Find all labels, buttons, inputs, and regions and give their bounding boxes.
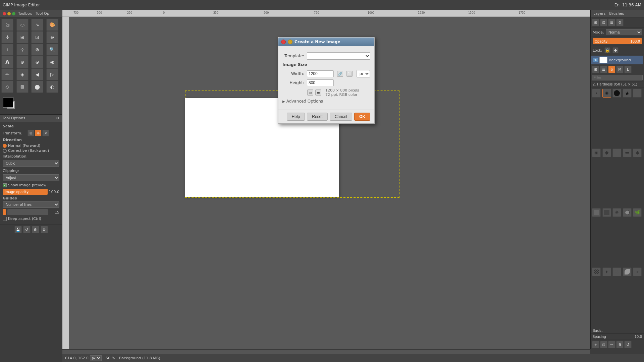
panel-config-icon[interactable]: ⚙ bbox=[56, 116, 59, 120]
brush-item-6[interactable] bbox=[592, 148, 601, 157]
canvas-scrollbar-h[interactable] bbox=[62, 349, 590, 354]
tool-heal[interactable]: ⊛ bbox=[16, 56, 29, 68]
layers-tool-1[interactable]: ⊞ bbox=[592, 19, 599, 26]
reset-button[interactable]: Reset bbox=[307, 113, 327, 121]
show-preview-row[interactable]: Show image preview bbox=[3, 183, 59, 187]
brush-refresh[interactable]: ↺ bbox=[624, 341, 632, 348]
transform-btn-3[interactable]: ↗ bbox=[42, 130, 49, 136]
tool-file[interactable]: 🗂 bbox=[1, 19, 13, 31]
background-layer[interactable]: 👁 Background bbox=[591, 56, 643, 64]
brush-item-12[interactable] bbox=[602, 208, 611, 217]
window-close-dot[interactable] bbox=[3, 12, 6, 15]
keep-aspect-checkbox[interactable] bbox=[3, 217, 7, 221]
brush-item-15[interactable]: 🌿 bbox=[633, 208, 642, 217]
lines-slider-track[interactable] bbox=[7, 209, 48, 215]
brush-filter-input[interactable] bbox=[592, 75, 643, 80]
tool-lasso[interactable]: ∿ bbox=[31, 19, 43, 31]
layers-tool-3[interactable]: ☰ bbox=[608, 19, 615, 26]
brush-delete[interactable]: 🗑 bbox=[616, 341, 624, 348]
coord-unit-select[interactable]: px bbox=[90, 355, 102, 361]
clipping-select[interactable]: Adjust bbox=[3, 174, 59, 181]
tool-fill[interactable]: ⊠ bbox=[16, 81, 29, 93]
brush-item-5[interactable] bbox=[633, 89, 642, 98]
mode-select[interactable]: Normal bbox=[606, 29, 642, 35]
height-input[interactable] bbox=[307, 79, 334, 86]
opacity-slider[interactable]: Opacity 100.0 bbox=[593, 38, 642, 44]
tool-zoom-in[interactable]: ⊕ bbox=[46, 31, 58, 43]
tool-clone[interactable]: ⊜ bbox=[31, 56, 43, 68]
portrait-icon[interactable]: ▭ bbox=[307, 89, 313, 96]
tool-distort[interactable]: ⊹ bbox=[16, 44, 29, 56]
tool-airbrush[interactable]: ◀ bbox=[31, 68, 43, 80]
brush-view-grid[interactable]: ⊞ bbox=[592, 66, 599, 73]
tool-text[interactable]: A bbox=[1, 56, 13, 68]
keep-aspect-row[interactable]: Keep aspect (Ctrl) bbox=[3, 217, 59, 221]
brush-new[interactable]: + bbox=[592, 341, 599, 348]
tool-transform[interactable]: ⊗ bbox=[31, 44, 43, 56]
brush-size-md[interactable]: M bbox=[616, 66, 624, 73]
tool-move[interactable]: ✛ bbox=[1, 31, 13, 43]
dialog-close-btn[interactable] bbox=[281, 40, 286, 44]
dialog-min-btn[interactable] bbox=[288, 40, 292, 44]
save-tool-options[interactable]: 💾 bbox=[14, 226, 22, 233]
number-of-lines-select[interactable]: Number of lines bbox=[3, 201, 59, 208]
brush-item-18[interactable]: ✺ bbox=[612, 267, 621, 276]
brush-item-13[interactable]: ❋ bbox=[612, 208, 621, 217]
ok-button[interactable]: OK bbox=[354, 113, 370, 121]
image-opacity-slider[interactable]: Image opacity bbox=[3, 189, 48, 195]
window-minimize-dot[interactable] bbox=[7, 12, 11, 15]
brush-item-8[interactable] bbox=[612, 148, 621, 157]
brush-item-9[interactable] bbox=[623, 148, 632, 157]
unit-select[interactable]: px bbox=[357, 70, 370, 77]
transform-btn-1[interactable]: ⊞ bbox=[28, 130, 34, 136]
template-select[interactable] bbox=[307, 52, 370, 60]
brush-item-19[interactable] bbox=[623, 267, 632, 276]
tool-align[interactable]: ⊞ bbox=[16, 31, 29, 43]
brush-item-17[interactable]: ✦ bbox=[602, 267, 611, 276]
brush-item-1[interactable] bbox=[592, 89, 601, 98]
reset-tool-options[interactable]: ⚙ bbox=[41, 226, 48, 233]
lock-pixels-btn[interactable]: 🔒 bbox=[604, 47, 610, 53]
tool-ink[interactable]: ▷ bbox=[46, 68, 58, 80]
brush-item-14[interactable] bbox=[623, 208, 632, 217]
brush-edit[interactable]: ✏ bbox=[608, 341, 615, 348]
help-button[interactable]: Help bbox=[287, 113, 305, 121]
brush-item-3[interactable] bbox=[612, 89, 621, 98]
landscape-icon[interactable]: ▬ bbox=[315, 89, 321, 96]
advanced-options-toggle[interactable]: ▶ Advanced Options bbox=[282, 99, 370, 104]
link-icon-2[interactable]: ⬜ bbox=[346, 71, 353, 77]
layer-visibility-eye[interactable]: 👁 bbox=[593, 58, 598, 62]
brush-size-sm[interactable]: S bbox=[608, 66, 615, 73]
delete-tool-options[interactable]: 🗑 bbox=[32, 226, 39, 233]
show-preview-checkbox[interactable] bbox=[3, 183, 7, 187]
brush-item-11[interactable] bbox=[592, 208, 601, 217]
lock-position-btn[interactable]: ✚ bbox=[612, 47, 619, 53]
brush-size-lg[interactable]: L bbox=[624, 66, 632, 73]
tool-gradient[interactable]: ⬤ bbox=[31, 81, 43, 93]
window-maximize-dot[interactable] bbox=[12, 12, 15, 15]
tool-eraser[interactable]: ◇ bbox=[1, 81, 13, 93]
tool-color-picker[interactable]: 🎨 bbox=[46, 19, 58, 31]
width-input[interactable] bbox=[307, 70, 334, 77]
brush-item-10[interactable]: ✱ bbox=[633, 148, 642, 157]
brush-item-16[interactable] bbox=[592, 267, 601, 276]
tool-paint[interactable]: ◈ bbox=[16, 68, 29, 80]
cancel-button[interactable]: Cancel bbox=[330, 113, 352, 121]
tool-blur[interactable]: ◉ bbox=[46, 56, 58, 68]
tool-paths[interactable]: ✏ bbox=[1, 68, 13, 80]
layers-tool-4[interactable]: ⚙ bbox=[616, 19, 624, 26]
radio-normal[interactable]: Normal (Forward) bbox=[3, 143, 59, 148]
brush-item-20[interactable]: ⁕ bbox=[633, 267, 642, 276]
tool-crop[interactable]: ⊡ bbox=[31, 31, 43, 43]
tool-ellipse-select[interactable]: ⬭ bbox=[16, 19, 29, 31]
layers-tool-2[interactable]: ⊡ bbox=[600, 19, 607, 26]
transform-btn-2[interactable]: ⊕ bbox=[35, 130, 42, 136]
foreground-color[interactable] bbox=[3, 97, 13, 108]
tool-magnify[interactable]: 🔍 bbox=[46, 44, 58, 56]
restore-tool-options[interactable]: ↺ bbox=[23, 226, 31, 233]
chain-link-icon[interactable]: 🔗 bbox=[337, 71, 343, 77]
brush-item-4[interactable]: ★ bbox=[623, 89, 632, 98]
radio-corrective[interactable]: Corrective (Backward) bbox=[3, 148, 59, 153]
brush-duplicate[interactable]: ⊡ bbox=[600, 341, 607, 348]
brush-view-list[interactable]: ☰ bbox=[600, 66, 607, 73]
